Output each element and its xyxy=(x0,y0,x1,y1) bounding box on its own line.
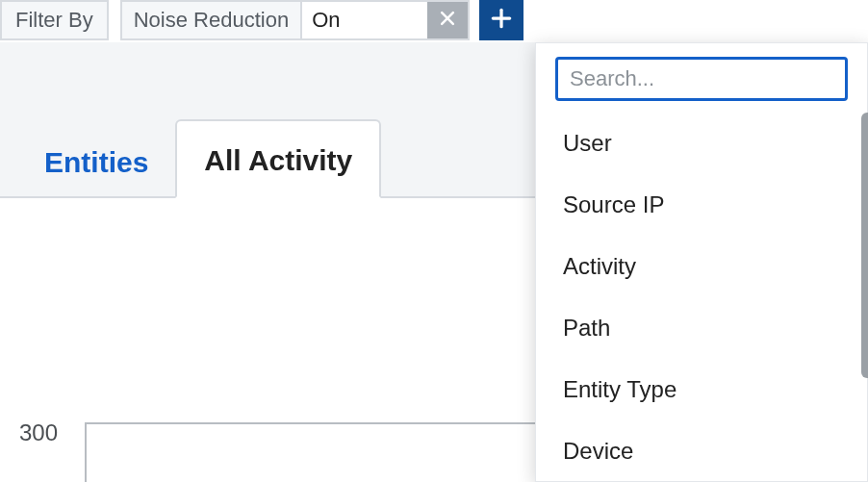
close-icon xyxy=(438,9,457,32)
dropdown-item-user[interactable]: User xyxy=(536,113,867,174)
tabs: Entities All Activity xyxy=(17,119,381,198)
add-filter-button[interactable] xyxy=(479,0,523,40)
plus-icon xyxy=(489,6,514,35)
filter-bar: Filter By Noise Reduction On xyxy=(0,0,868,42)
search-input[interactable] xyxy=(555,57,848,101)
y-axis-tick: 300 xyxy=(19,419,58,446)
tab-entities[interactable]: Entities xyxy=(17,123,175,198)
dropdown-item-entity-type[interactable]: Entity Type xyxy=(536,359,867,420)
filter-by-label: Filter By xyxy=(0,0,109,40)
filter-chip-value[interactable]: On xyxy=(302,2,427,38)
scrollbar[interactable] xyxy=(861,113,868,378)
dropdown-search-wrap xyxy=(536,43,867,107)
dropdown-item-path[interactable]: Path xyxy=(536,297,867,359)
filter-chip-remove[interactable] xyxy=(427,2,468,38)
dropdown-item-device[interactable]: Device xyxy=(536,420,867,482)
dropdown-item-source-ip[interactable]: Source IP xyxy=(536,174,867,236)
dropdown-list: User Source IP Activity Path Entity Type… xyxy=(536,107,867,482)
filter-chip-noise-reduction: Noise Reduction On xyxy=(120,0,470,40)
dropdown-item-activity[interactable]: Activity xyxy=(536,236,867,297)
tab-all-activity[interactable]: All Activity xyxy=(175,119,381,198)
filter-chip-label: Noise Reduction xyxy=(122,2,302,38)
add-filter-dropdown: User Source IP Activity Path Entity Type… xyxy=(535,42,868,482)
